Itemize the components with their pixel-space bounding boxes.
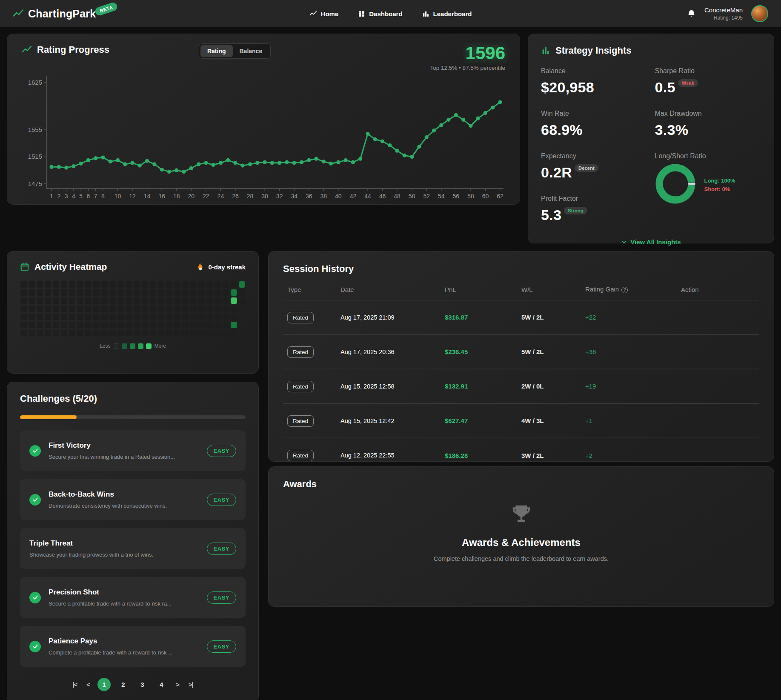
check-circle-icon — [29, 592, 41, 603]
toggle-balance-button[interactable]: Balance — [233, 45, 269, 57]
last-page-button[interactable]: >| — [187, 679, 195, 690]
svg-text:34: 34 — [291, 193, 298, 200]
nav-dashboard-label: Dashboard — [369, 10, 402, 17]
difficulty-badge: EASY — [207, 640, 236, 653]
svg-text:50: 50 — [409, 193, 415, 200]
table-row: Rated Aug 17, 2025 20:36 $236.45 5W / 2L… — [283, 334, 759, 369]
svg-text:4: 4 — [72, 193, 75, 200]
rating-gain-help-icon[interactable]: ? — [621, 287, 628, 293]
first-page-button[interactable]: |< — [71, 679, 79, 690]
chevron-down-icon — [621, 239, 627, 245]
challenges-card: Challenges (5/20) First VictorySecure yo… — [7, 382, 259, 700]
nav-leaderboard-label: Leaderboard — [433, 10, 472, 17]
check-circle-icon — [29, 494, 41, 506]
legend-level-swatch — [122, 343, 127, 349]
table-row: Rated Aug 17, 2025 21:09 $316.87 5W / 2L… — [283, 300, 759, 334]
session-type-badge: Rated — [287, 450, 314, 461]
long-short-donut-chart — [655, 163, 696, 206]
nav-dashboard[interactable]: Dashboard — [358, 10, 402, 17]
rating-progress-card: Rating Progress Rating Balance 1596 Top … — [7, 34, 520, 205]
table-row: Rated Aug 15, 2025 12:42 $627.47 4W / 3L… — [283, 403, 759, 438]
svg-text:8: 8 — [101, 193, 105, 200]
status-badge: Decent — [575, 164, 598, 172]
svg-text:6: 6 — [86, 193, 90, 200]
notification-bell-icon[interactable] — [687, 9, 696, 18]
svg-text:18: 18 — [173, 193, 180, 200]
awards-card: Awards Awards & Achievements Complete ch… — [268, 466, 774, 607]
legend-more-label: More — [154, 343, 166, 349]
difficulty-badge: EASY — [207, 591, 236, 604]
page-button[interactable]: 3 — [136, 678, 149, 691]
challenge-item[interactable]: First VictorySecure your first winning t… — [20, 430, 246, 471]
nav-home[interactable]: Home — [309, 10, 339, 17]
dashboard-grid-icon — [358, 10, 365, 17]
session-type-badge: Rated — [287, 312, 314, 323]
awards-heading: Awards & Achievements — [462, 537, 581, 549]
prev-page-button[interactable]: < — [85, 679, 92, 690]
challenge-item[interactable]: Patience PaysComplete a profitable trade… — [20, 626, 246, 667]
svg-text:52: 52 — [423, 193, 430, 200]
page-button[interactable]: 2 — [117, 678, 130, 691]
svg-text:1475: 1475 — [28, 180, 42, 187]
donut-long-label: Long: 100% — [704, 177, 735, 184]
home-chart-icon — [309, 10, 317, 17]
legend-less-label: Less — [100, 343, 110, 349]
activity-heatmap-grid — [20, 281, 246, 338]
streak-label: 0-day streak — [208, 263, 246, 271]
activity-heatmap-card: Activity Heatmap 0-day streak Less More — [7, 251, 259, 374]
svg-text:62: 62 — [497, 193, 504, 200]
challenges-pagination: |<<1234>>| — [20, 678, 246, 691]
challenge-item[interactable]: Triple ThreatShowcase your trading prowe… — [20, 528, 246, 569]
legend-level-swatch — [114, 343, 119, 349]
svg-text:44: 44 — [364, 193, 371, 200]
flame-icon — [197, 263, 204, 271]
svg-text:14: 14 — [144, 193, 151, 200]
rating-line-chart: 1475151515551625123456781012141618202224… — [22, 73, 505, 207]
challenge-item[interactable]: Precision ShotSecure a profitable trade … — [20, 577, 246, 618]
svg-text:28: 28 — [247, 193, 254, 200]
difficulty-badge: EASY — [207, 494, 236, 506]
view-all-insights-link[interactable]: View All Insights — [541, 238, 761, 246]
svg-text:20: 20 — [188, 193, 195, 200]
challenge-item[interactable]: Back-to-Back WinsDemonstrate consistency… — [20, 479, 246, 520]
trend-line-icon — [22, 45, 32, 55]
legend-level-swatch — [138, 343, 143, 349]
page-button[interactable]: 4 — [155, 678, 168, 691]
challenges-progress-fill — [20, 415, 77, 419]
toggle-rating-button[interactable]: Rating — [200, 45, 233, 57]
user-rating: Rating: 1495 — [704, 15, 743, 21]
avatar[interactable] — [751, 5, 768, 22]
activity-heatmap-title: Activity Heatmap — [34, 262, 107, 272]
leaderboard-bars-icon — [422, 10, 429, 17]
strategy-insights-title: Strategy Insights — [555, 45, 631, 56]
svg-text:56: 56 — [453, 193, 460, 200]
stat-profit-factor: Profit Factor 5.3Strong — [541, 195, 647, 223]
svg-text:54: 54 — [438, 193, 445, 200]
heatmap-legend: Less More — [20, 343, 246, 349]
logo[interactable]: ChartingPark BETA — [13, 8, 123, 20]
difficulty-badge: EASY — [207, 543, 236, 555]
svg-text:46: 46 — [379, 193, 386, 200]
nav-leaderboard[interactable]: Leaderboard — [422, 10, 472, 17]
check-circle-icon — [29, 641, 41, 652]
svg-text:12: 12 — [129, 193, 136, 200]
table-row: Rated Aug 15, 2025 12:58 $132.91 2W / 0L… — [283, 369, 759, 403]
next-page-button[interactable]: > — [174, 679, 181, 690]
svg-text:5: 5 — [79, 193, 83, 200]
svg-text:10: 10 — [114, 193, 121, 200]
svg-text:32: 32 — [276, 193, 283, 200]
svg-text:22: 22 — [203, 193, 209, 200]
svg-text:1555: 1555 — [28, 126, 42, 133]
status-badge: Strong — [564, 207, 587, 214]
svg-text:16: 16 — [158, 193, 165, 200]
streak-indicator: 0-day streak — [197, 263, 246, 271]
svg-text:60: 60 — [482, 193, 489, 200]
session-type-badge: Rated — [287, 381, 314, 392]
svg-text:36: 36 — [306, 193, 312, 200]
top-nav-bar: ChartingPark BETA Home Dashboard Leaderb… — [0, 0, 781, 27]
app-title: ChartingPark — [28, 8, 96, 20]
page-button[interactable]: 1 — [97, 678, 111, 691]
session-history-card: Session History Type Date PnL W/L Rating… — [268, 251, 774, 462]
user-meta: ConcreteMan Rating: 1495 — [704, 6, 743, 21]
svg-text:58: 58 — [467, 193, 474, 200]
